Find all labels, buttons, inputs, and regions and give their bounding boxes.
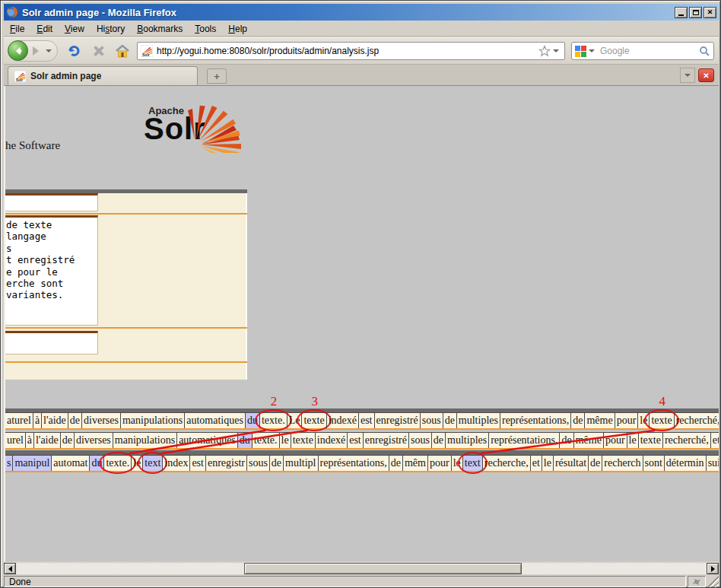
minimize-button[interactable] xyxy=(675,7,688,18)
stop-button[interactable] xyxy=(88,41,108,61)
textarea-line: langage xyxy=(6,230,97,242)
search-magnifier-icon[interactable] xyxy=(699,46,710,57)
analysis-form-panel: de textelangagest enregistrée pour leerc… xyxy=(5,193,247,380)
token-cell: de xyxy=(588,456,602,471)
tab-solr-admin[interactable]: Solr Solr admin page xyxy=(8,66,198,85)
google-icon xyxy=(575,46,586,57)
menu-help[interactable]: Help xyxy=(222,22,253,36)
title-bar: Solr admin page - Mozilla Firefox ✕ xyxy=(4,4,719,21)
statusbar-addon-icon[interactable] xyxy=(688,576,706,587)
token-cell: aturel xyxy=(5,413,33,428)
token-cell: manipulations xyxy=(120,413,184,428)
url-text[interactable]: http://yogui.home:8080/solr/produits/adm… xyxy=(157,46,538,56)
analysis-textarea[interactable]: de textelangagest enregistrée pour leerc… xyxy=(5,215,98,326)
search-engine-dropdown-icon[interactable] xyxy=(589,49,595,52)
menu-view[interactable]: View xyxy=(59,22,91,36)
token-cell: indexé xyxy=(326,413,358,428)
scroll-left-button[interactable] xyxy=(4,563,16,574)
token-cell: texte. xyxy=(103,456,131,471)
textarea-line: e pour le xyxy=(6,266,97,278)
history-dropdown-icon[interactable] xyxy=(46,49,52,52)
token-cell: et xyxy=(710,433,719,448)
token-cell: le xyxy=(279,433,291,448)
token-cell: pour xyxy=(427,456,451,471)
token-cell: text xyxy=(462,456,482,471)
token-cell: sous xyxy=(420,413,443,428)
solr-favicon: Solr xyxy=(141,45,153,57)
status-text: Done xyxy=(9,577,31,587)
token-cell: du xyxy=(89,456,103,471)
field-name-input[interactable] xyxy=(5,193,98,211)
token-cell: text xyxy=(142,456,162,471)
forward-button[interactable] xyxy=(28,43,43,59)
token-cell: représentations, xyxy=(318,456,389,471)
token-cell: recherche, xyxy=(482,456,530,471)
token-cell: est xyxy=(358,413,374,428)
token-cell: l'aide xyxy=(41,413,68,428)
tabs-dropdown-icon xyxy=(684,74,691,77)
search-box[interactable]: Google xyxy=(571,42,714,60)
window-resize-grip[interactable] xyxy=(707,576,719,587)
location-dropdown-icon[interactable] xyxy=(553,49,559,52)
solr-sunburst-icon xyxy=(186,91,246,153)
token-cell: Le xyxy=(287,413,302,428)
close-button[interactable]: ✕ xyxy=(704,7,716,18)
form-rule xyxy=(5,213,247,215)
token-cell: s xyxy=(5,456,12,471)
menu-file[interactable]: File xyxy=(4,22,30,36)
token-cell: mêm xyxy=(402,456,427,471)
token-cell: à xyxy=(33,413,41,428)
token-cell: le xyxy=(542,456,553,471)
token-cell: l'aide xyxy=(33,433,60,448)
partial-header-text: he Software xyxy=(5,139,60,152)
token-cell: automatiques xyxy=(184,413,245,428)
menu-tools[interactable]: Tools xyxy=(189,22,222,36)
token-cell: le xyxy=(131,456,142,471)
scrollbar-thumb[interactable] xyxy=(244,563,522,574)
token-cell: texte. xyxy=(252,433,279,448)
back-button[interactable] xyxy=(8,40,28,61)
window-title: Solr admin page - Mozilla Firefox xyxy=(22,7,673,18)
home-button[interactable] xyxy=(113,41,132,61)
menu-bookmarks[interactable]: Bookmarks xyxy=(131,22,189,36)
search-input[interactable]: Google xyxy=(600,46,699,56)
form-rule xyxy=(5,361,247,363)
token-cell: résultat xyxy=(553,456,588,471)
token-cell: texte xyxy=(649,413,673,428)
token-cell: indexé xyxy=(315,433,347,448)
close-tab-button[interactable]: ✕ xyxy=(698,68,714,82)
list-all-tabs-button[interactable] xyxy=(680,68,695,83)
maximize-button[interactable] xyxy=(689,7,702,18)
menu-edit[interactable]: Edit xyxy=(30,22,59,36)
token-cell: texte xyxy=(291,433,315,448)
token-cell: urel xyxy=(5,433,25,448)
horizontal-scrollbar[interactable] xyxy=(4,563,719,574)
reload-button[interactable] xyxy=(64,41,84,61)
new-tab-button[interactable]: + xyxy=(207,68,227,84)
scroll-right-button[interactable] xyxy=(707,563,719,574)
textarea-line: variantes. xyxy=(6,289,97,300)
token-row-1: aturelàl'aidedediversesmanipulationsauto… xyxy=(5,412,719,430)
token-cell: de xyxy=(68,413,81,428)
annotation-label-2: 2 xyxy=(271,394,278,409)
token-cell: et xyxy=(530,456,542,471)
page-content: he Software Apache Solr xyxy=(4,86,719,561)
token-cell: enregistré xyxy=(363,433,408,448)
annotation-label-4: 4 xyxy=(659,394,666,409)
menu-history[interactable]: History xyxy=(91,22,131,36)
location-bar[interactable]: Solr http://yogui.home:8080/solr/produit… xyxy=(137,42,565,60)
token-analysis-section: aturelàl'aidedediversesmanipulationsauto… xyxy=(5,408,719,494)
textarea-line: de texte xyxy=(6,219,97,230)
token-cell: automat xyxy=(51,456,89,471)
token-cell: même xyxy=(584,413,614,428)
token-cell: suit xyxy=(706,456,719,471)
menu-bar: FileEditViewHistoryBookmarksToolsHelp xyxy=(4,21,719,37)
token-cell: le xyxy=(637,413,649,428)
stop-x-icon xyxy=(92,45,104,57)
query-input[interactable] xyxy=(5,331,98,354)
token-cell: même xyxy=(573,433,603,448)
svg-text:Solr: Solr xyxy=(16,78,23,81)
bookmark-star-icon[interactable] xyxy=(538,45,551,57)
token-cell: manipulations xyxy=(113,433,176,448)
tab-bar: Solr Solr admin page + ✕ xyxy=(4,65,719,86)
